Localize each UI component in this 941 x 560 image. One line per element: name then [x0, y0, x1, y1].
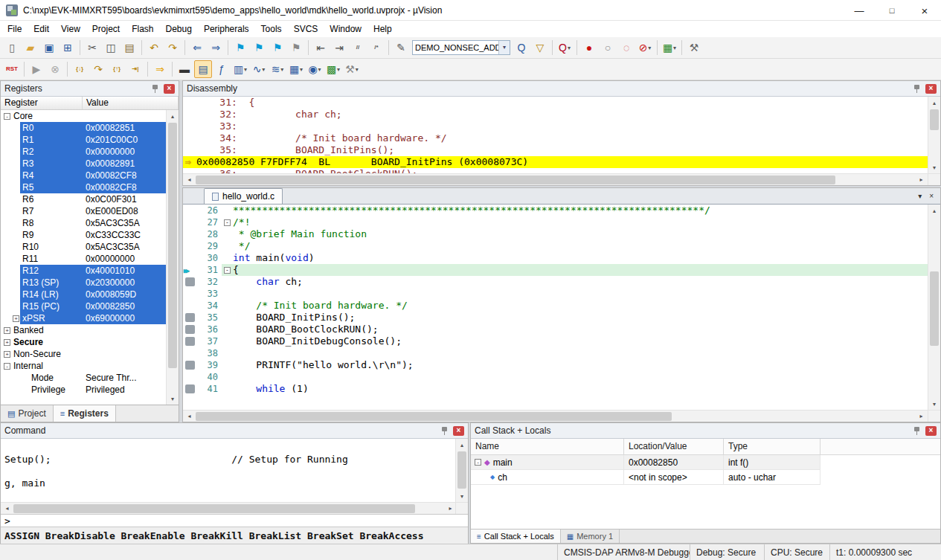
scrollbar-thumb[interactable]: [930, 271, 939, 346]
tree-expander[interactable]: +: [4, 339, 13, 346]
register-row-r15-pc[interactable]: R15 (PC)0x00082850: [1, 300, 166, 312]
symbols-window-button[interactable]: ƒ: [213, 60, 231, 78]
target-select[interactable]: DEMO_NONSEC_ADDRES▾: [412, 40, 510, 55]
code-text[interactable]: {: [233, 264, 928, 276]
scroll-down-icon[interactable]: ▾: [928, 161, 940, 173]
tree-expander[interactable]: +: [13, 315, 22, 322]
breakpoint-enable-button[interactable]: ○: [599, 39, 617, 57]
tab-project[interactable]: ▤Project: [1, 405, 54, 422]
command-output[interactable]: Setup(); // Setup for Runningg, main: [1, 439, 457, 502]
code-text[interactable]: [233, 371, 928, 383]
menu-peripherals[interactable]: Peripherals: [198, 22, 255, 36]
editor-line-29[interactable]: 29 */: [183, 240, 928, 252]
editor-line-27[interactable]: 27-/*!: [183, 216, 928, 228]
scroll-up-icon[interactable]: ▴: [456, 439, 468, 451]
menu-view[interactable]: View: [55, 22, 86, 36]
register-row-r9[interactable]: R90xC33CC33C: [1, 229, 166, 241]
pin-icon[interactable]: [913, 426, 920, 436]
code-text[interactable]: /* Init board hardware. */: [233, 300, 928, 312]
editor-line-30[interactable]: 30int main(void): [183, 252, 928, 264]
redo-button[interactable]: ↷: [164, 39, 182, 57]
dropdown-arrow-icon[interactable]: ▾: [318, 66, 321, 73]
code-text[interactable]: int main(void): [233, 252, 928, 264]
editor-line-37[interactable]: 37 BOARD_InitDebugConsole();: [183, 335, 928, 347]
watch-windows-button[interactable]: ◉▾: [306, 60, 324, 78]
code-text[interactable]: char ch;: [233, 276, 928, 288]
pin-icon[interactable]: [913, 84, 920, 94]
navigate-back-button[interactable]: ⇐: [188, 39, 206, 57]
tree-expander[interactable]: -: [4, 113, 13, 120]
scroll-down-icon[interactable]: ▾: [167, 393, 179, 405]
editor-line-40[interactable]: 40: [183, 371, 928, 383]
scroll-down-icon[interactable]: ▾: [456, 490, 468, 502]
open-folder-button[interactable]: ▰: [22, 39, 39, 57]
register-row-r1[interactable]: R10x201C00C0: [1, 134, 166, 146]
scroll-down-icon[interactable]: ▾: [928, 398, 940, 410]
callstack-row-ch[interactable]: ◆ch<not in scope>auto - uchar: [471, 470, 940, 485]
expand-plus-icon[interactable]: +: [13, 315, 19, 322]
editor-line-39[interactable]: 39 PRINTF("hello world.\r\n");: [183, 359, 928, 371]
save-button[interactable]: ▣: [40, 39, 58, 57]
tab-hello-world-c[interactable]: hello_world.c: [204, 188, 283, 204]
copy-button[interactable]: ◫: [102, 39, 120, 57]
code-text[interactable]: BOARD_InitPins();: [233, 312, 928, 324]
scroll-up-icon[interactable]: ▴: [928, 97, 940, 109]
memory-windows-button[interactable]: ▦▾: [287, 60, 305, 78]
new-file-button[interactable]: ▯: [3, 39, 21, 57]
disassembly-current-line[interactable]: ⇒0x00082850 F7FDFF74 BL BOARD_InitPins (…: [183, 156, 928, 168]
register-row-banked[interactable]: +Banked: [1, 324, 166, 336]
panel-close-icon[interactable]: ×: [925, 426, 937, 436]
editor-line-33[interactable]: 33: [183, 288, 928, 300]
register-row-core[interactable]: -Core: [1, 110, 166, 122]
tab-call-stack-locals[interactable]: ≡Call Stack + Locals: [471, 530, 561, 543]
code-text[interactable]: ****************************************…: [233, 205, 928, 216]
fold-margin[interactable]: -: [222, 264, 233, 276]
editor-line-31[interactable]: ▶▶31-{: [183, 264, 928, 276]
command-functions-bar[interactable]: ASSIGN BreakDisable BreakEnable BreakKil…: [1, 527, 468, 544]
menu-project[interactable]: Project: [86, 22, 126, 36]
bookmark-next-button[interactable]: ⚑: [269, 39, 286, 57]
register-row-r10[interactable]: R100x5AC3C35A: [1, 241, 166, 253]
scroll-left-icon[interactable]: ◂: [1, 503, 13, 515]
step-out-button[interactable]: {↑}: [108, 60, 126, 78]
menu-debug[interactable]: Debug: [160, 22, 198, 36]
editor-line-38[interactable]: 38: [183, 347, 928, 359]
scroll-right-icon[interactable]: ▸: [915, 174, 928, 186]
tree-expander[interactable]: +: [4, 351, 13, 358]
expand-minus-icon[interactable]: -: [4, 113, 10, 120]
disassembly-line[interactable]: 31: {: [183, 97, 928, 109]
menu-edit[interactable]: Edit: [28, 22, 55, 36]
fold-minus-icon[interactable]: -: [224, 219, 231, 226]
scrollbar-track[interactable]: [196, 411, 915, 422]
breakpoint-kill-all-button[interactable]: ⊘▾: [636, 39, 654, 57]
step-over-button[interactable]: ↷: [89, 60, 107, 78]
dropdown-arrow-icon[interactable]: ▾: [262, 66, 265, 73]
register-row-xpsr[interactable]: +xPSR0x69000000: [1, 312, 166, 324]
editor-hscrollbar[interactable]: ◂ ▸: [183, 410, 928, 422]
dropdown-arrow-icon[interactable]: ▾: [300, 66, 303, 73]
code-text[interactable]: while (1): [233, 383, 928, 395]
tab-list-dropdown-icon[interactable]: ▾: [918, 192, 922, 200]
register-row-r8[interactable]: R80x5AC3C35A: [1, 217, 166, 229]
dropdown-arrow-icon[interactable]: ▾: [568, 45, 571, 51]
dropdown-arrow-icon[interactable]: ▾: [498, 41, 510, 54]
register-row-r4[interactable]: R40x00082CF8: [1, 170, 166, 181]
register-row-r11[interactable]: R110x00000000: [1, 253, 166, 265]
disassembly-line[interactable]: 33:: [183, 120, 928, 132]
pin-icon[interactable]: [152, 84, 158, 94]
code-text[interactable]: */: [233, 240, 928, 252]
cut-button[interactable]: ✂: [83, 39, 101, 57]
scroll-right-icon[interactable]: ▸: [915, 411, 928, 422]
disassembly-vscrollbar[interactable]: ▴ ▾: [928, 97, 940, 173]
callstack-row-main[interactable]: -◆main0x00082850int f(): [471, 455, 940, 470]
unindent-button[interactable]: ⇤: [312, 39, 330, 57]
editor-line-32[interactable]: 32 char ch;: [183, 276, 928, 288]
code-text[interactable]: [233, 347, 928, 359]
breakpoint-toggle-button[interactable]: ●: [580, 39, 598, 57]
panel-close-icon[interactable]: ×: [925, 84, 937, 94]
column-type[interactable]: Type: [724, 439, 820, 454]
scrollbar-thumb[interactable]: [13, 504, 415, 513]
toolbox-button[interactable]: ⚒▾: [343, 60, 361, 78]
tree-expander[interactable]: -: [4, 363, 13, 370]
dropdown-arrow-icon[interactable]: ▾: [280, 66, 283, 73]
